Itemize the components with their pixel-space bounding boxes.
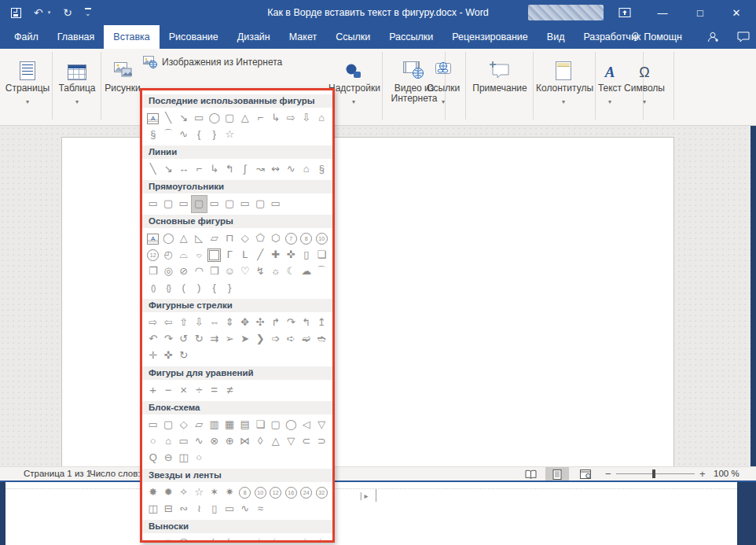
shape-swatch[interactable]: ↘ xyxy=(161,161,177,178)
shape-swatch[interactable]: ⊓ xyxy=(222,230,238,247)
shape-swatch[interactable]: 24 xyxy=(299,484,314,501)
shape-swatch[interactable]: 7 xyxy=(284,230,299,247)
shape-swatch[interactable]: ◠ xyxy=(192,263,207,280)
zoom-slider-track[interactable] xyxy=(616,473,695,474)
table-button[interactable]: Таблица xyxy=(55,52,99,106)
shape-swatch[interactable]: ▭ xyxy=(176,433,192,450)
shape-swatch[interactable]: ≀ xyxy=(192,501,207,517)
shape-swatch[interactable]: ❏ xyxy=(314,247,330,263)
shape-swatch[interactable]: ◯ xyxy=(284,417,299,433)
tab-mailings[interactable]: Рассылки xyxy=(380,25,442,49)
shape-swatch[interactable]: ✹ xyxy=(161,484,177,501)
print-layout-button[interactable] xyxy=(545,467,569,481)
shape-swatch[interactable]: ➬ xyxy=(314,331,330,348)
shape-swatch[interactable]: ☺ xyxy=(222,263,238,280)
shape-swatch[interactable]: ↺ xyxy=(176,331,192,348)
shape-swatch[interactable]: ◇ xyxy=(237,230,253,247)
shape-swatch[interactable]: ▱ xyxy=(192,417,207,433)
tab-design[interactable]: Дизайн xyxy=(228,25,280,49)
word-count[interactable]: Число слов: xyxy=(90,469,141,478)
shape-swatch[interactable]: ◁ xyxy=(299,417,314,433)
shape-swatch[interactable]: ↷ xyxy=(161,331,177,348)
shape-swatch[interactable]: ❒ xyxy=(207,263,222,280)
shape-swatch[interactable]: ⌂ xyxy=(161,433,177,450)
shape-swatch[interactable]: ❏ xyxy=(253,417,269,433)
shape-swatch[interactable]: ▭ xyxy=(145,417,161,433)
shape-swatch[interactable]: ∿ xyxy=(176,127,192,143)
shape-swatch[interactable]: ▭ xyxy=(145,196,161,212)
shape-swatch[interactable]: ➪ xyxy=(284,331,299,348)
shape-swatch[interactable]: ∿ xyxy=(192,433,207,450)
shape-swatch[interactable]: ✜ xyxy=(161,348,177,364)
shape-swatch[interactable]: ▥ xyxy=(207,417,222,433)
shape-swatch[interactable]: ╲ xyxy=(145,161,161,178)
shape-swatch[interactable]: ▽ xyxy=(284,433,299,450)
shape-swatch[interactable]: ☁ xyxy=(192,536,207,543)
shape-swatch[interactable]: ⊂ xyxy=(299,433,314,450)
shape-swatch[interactable]: ↝ xyxy=(253,161,269,178)
shape-swatch[interactable]: ☆ xyxy=(222,127,238,143)
shape-swatch[interactable]: ✶ xyxy=(207,484,222,501)
shape-swatch[interactable]: ☆ xyxy=(192,484,207,501)
shape-swatch[interactable]: ↰ xyxy=(222,161,238,178)
addins-button[interactable]: Надстройки xyxy=(328,52,379,106)
shape-swatch[interactable]: ╱▭ xyxy=(207,536,222,543)
shape-swatch[interactable]: ∿ xyxy=(284,161,299,178)
shape-swatch[interactable]: ▤ xyxy=(237,417,253,433)
shape-swatch[interactable]: ⇩ xyxy=(299,110,314,127)
shape-swatch[interactable]: ▢ xyxy=(222,196,238,212)
shape-swatch[interactable]: ⌐ xyxy=(253,110,269,127)
shape-swatch[interactable]: △ xyxy=(176,230,192,247)
shape-swatch[interactable]: ⊕ xyxy=(222,433,238,450)
zoom-out-button[interactable]: − xyxy=(605,468,611,480)
tab-help[interactable]: Помощн xyxy=(623,31,690,42)
shape-swatch[interactable]: ↻ xyxy=(176,348,192,364)
shape-swatch[interactable]: ↻ xyxy=(192,331,207,348)
minimize-button[interactable]: — xyxy=(651,0,674,25)
shape-swatch[interactable]: Γ xyxy=(222,247,238,263)
shape-swatch[interactable]: ▽ xyxy=(314,417,330,433)
shape-swatch[interactable]: ➤ xyxy=(237,331,253,348)
zoom-slider-handle[interactable] xyxy=(652,470,655,478)
shape-swatch[interactable]: ◫ xyxy=(176,450,192,466)
shape-swatch[interactable]: ⌂ xyxy=(299,161,314,178)
comment-button[interactable]: Примечание xyxy=(468,52,531,94)
shape-swatch[interactable]: ▯ xyxy=(207,501,222,517)
shape-swatch[interactable]: 8 xyxy=(237,484,253,501)
shape-swatch[interactable]: ⇦ xyxy=(161,315,177,331)
shape-swatch[interactable]: ⇉ xyxy=(207,331,222,348)
shape-swatch[interactable]: ↭ xyxy=(268,161,284,178)
web-layout-button[interactable] xyxy=(574,467,597,481)
shape-swatch[interactable]: ≠ xyxy=(222,382,238,399)
tab-layout[interactable]: Макет xyxy=(280,25,326,49)
shape-swatch[interactable]: △ xyxy=(268,433,284,450)
close-button[interactable]: ✕ xyxy=(725,0,748,25)
shape-swatch[interactable]: × xyxy=(176,382,192,399)
shape-swatch[interactable]: + xyxy=(145,382,161,399)
shape-swatch[interactable]: {} xyxy=(161,280,177,296)
shape-swatch[interactable]: ☼ xyxy=(268,263,284,280)
shape-swatch[interactable]: ▭ xyxy=(268,196,284,212)
shape-swatch[interactable]: ⊟ xyxy=(161,501,177,517)
shape-swatch[interactable]: ▭ xyxy=(176,196,192,212)
shape-swatch[interactable]: ◎ xyxy=(161,263,177,280)
shape-swatch[interactable]: ▢ xyxy=(161,536,177,543)
shape-swatch[interactable]: ✚ xyxy=(268,247,284,263)
shape-swatch[interactable]: ↳ xyxy=(207,161,222,178)
shape-swatch[interactable]: ⌐▭ xyxy=(284,536,299,543)
shape-swatch[interactable]: = xyxy=(207,382,222,399)
read-mode-button[interactable] xyxy=(519,467,542,481)
shape-swatch[interactable]: △ xyxy=(237,110,253,127)
shape-swatch[interactable]: ( xyxy=(176,280,192,296)
shape-swatch[interactable]: ↱ xyxy=(268,315,284,331)
shape-swatch[interactable]: ⋈ xyxy=(237,433,253,450)
shape-swatch[interactable]: 16 xyxy=(284,484,299,501)
shape-swatch[interactable]: ✧ xyxy=(176,484,192,501)
zoom-in-button[interactable]: + xyxy=(699,468,706,480)
shape-swatch[interactable]: ⌐▭ xyxy=(237,536,253,543)
header-footer-button[interactable]: Колонтитулы xyxy=(536,52,591,106)
shape-swatch[interactable]: ▢ xyxy=(161,196,177,212)
shape-swatch[interactable]: ⌐ xyxy=(192,161,207,178)
maximize-button[interactable]: □ xyxy=(688,0,712,25)
shape-swatch[interactable]: ◴ xyxy=(161,247,177,263)
